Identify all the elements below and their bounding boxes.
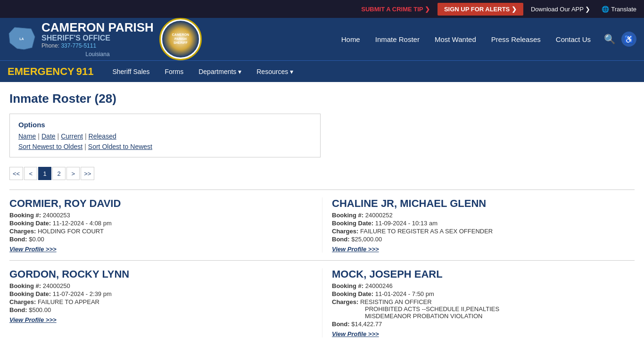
pagination-page-2[interactable]: 2: [52, 167, 66, 180]
charges: Charges: HOLDING FOR COURT: [9, 228, 317, 235]
inmate-name[interactable]: MOCK, JOSEPH EARL: [332, 268, 630, 280]
sort-newest[interactable]: Sort Newest to Oldest: [18, 143, 83, 150]
inmate-name[interactable]: GORDON, ROCKY LYNN: [9, 268, 317, 280]
nav-press-releases[interactable]: Press Releases: [484, 32, 548, 47]
booking-date: Booking Date: 11-07-2024 - 2:39 pm: [9, 290, 317, 297]
nav-forms[interactable]: Forms: [157, 66, 191, 77]
emergency-badge: EMERGENCY 911: [8, 66, 93, 78]
booking-num: Booking #: 24000253: [9, 212, 317, 219]
download-app-link[interactable]: Download Our APP ❯: [531, 6, 590, 13]
agency-info: CAMERON PARISH SHERIFF'S OFFICE Phone: 3…: [41, 21, 154, 58]
view-profile-link[interactable]: View Profile >>>: [9, 246, 57, 253]
filter-links: Name | Date | Current | Released: [18, 132, 312, 140]
booking-date: Booking Date: 11-12-2024 - 4:08 pm: [9, 220, 317, 227]
nav-resources-dropdown[interactable]: Resources ▾: [249, 66, 301, 77]
secondary-nav: EMERGENCY 911 Sheriff Sales Forms Depart…: [0, 60, 644, 82]
main-content: Inmate Roster (28) Options Name | Date |…: [0, 82, 644, 354]
booking-date: Booking Date: 11-01-2024 - 7:50 pm: [332, 290, 630, 297]
nav-contact-us[interactable]: Contact Us: [548, 32, 598, 47]
nav-sheriff-sales[interactable]: Sheriff Sales: [105, 66, 157, 77]
view-profile-link[interactable]: View Profile >>>: [332, 330, 379, 337]
bond: Bond: $25,000.00: [332, 236, 630, 243]
agency-name: CAMERON PARISH: [41, 21, 154, 34]
header: LA CAMERON PARISH SHERIFF'S OFFICE Phone…: [0, 18, 644, 60]
inmate-card: GORDON, ROCKY LYNN Booking #: 24000250 B…: [9, 268, 322, 337]
inmate-card: CORMIER, ROY DAVID Booking #: 24000253 B…: [9, 197, 322, 253]
filter-date[interactable]: Date: [41, 132, 56, 140]
header-nav: Home Inmate Roster Most Wanted Press Rel…: [334, 30, 636, 49]
inmate-name[interactable]: CORMIER, ROY DAVID: [9, 197, 317, 210]
charges: Charges: RESISTING AN OFFICER PROHIBITED…: [332, 298, 630, 320]
filter-released[interactable]: Released: [89, 132, 116, 140]
svg-text:LA: LA: [19, 37, 24, 41]
state-label: Louisiana: [41, 51, 154, 58]
pagination-first[interactable]: <<: [9, 167, 23, 180]
bond: Bond: $500.00: [9, 306, 317, 313]
booking-num: Booking #: 24000252: [332, 212, 630, 219]
pagination-prev[interactable]: <: [24, 167, 37, 180]
dept-name: SHERIFF'S OFFICE: [41, 34, 154, 42]
submit-crime-tip-link[interactable]: SUBMIT A CRIME TIP ❯: [361, 6, 430, 13]
inmate-row: CORMIER, ROY DAVID Booking #: 24000253 B…: [9, 189, 635, 260]
sign-up-alerts-link[interactable]: SIGN UP FOR ALERTS ❯: [438, 3, 523, 16]
sort-oldest[interactable]: Sort Oldest to Newest: [88, 143, 152, 150]
view-profile-link[interactable]: View Profile >>>: [9, 316, 57, 323]
phone-link[interactable]: 337-775-5111: [61, 42, 96, 49]
inmate-name[interactable]: CHALINE JR, MICHAEL GLENN: [332, 197, 630, 210]
inmate-grid: CORMIER, ROY DAVID Booking #: 24000253 B…: [9, 189, 635, 345]
phone-info: Phone: 337-775-5111: [41, 42, 154, 49]
filter-current[interactable]: Current: [61, 132, 83, 140]
top-bar: SUBMIT A CRIME TIP ❯ SIGN UP FOR ALERTS …: [0, 0, 644, 18]
header-left: LA CAMERON PARISH SHERIFF'S OFFICE Phone…: [8, 18, 202, 60]
charges: Charges: FAILURE TO APPEAR: [9, 298, 317, 305]
pagination: << < 1 2 > >>: [9, 167, 635, 180]
options-heading: Options: [18, 121, 312, 129]
accessibility-icon[interactable]: ♿: [621, 32, 636, 47]
page-title: Inmate Roster (28): [9, 91, 635, 106]
state-map: LA: [8, 25, 36, 53]
inmate-card: CHALINE JR, MICHAEL GLENN Booking #: 240…: [322, 197, 635, 253]
nav-most-wanted[interactable]: Most Wanted: [427, 32, 484, 47]
bond: Bond: $0.00: [9, 236, 317, 243]
nav-inmate-roster[interactable]: Inmate Roster: [368, 32, 427, 47]
view-profile-link[interactable]: View Profile >>>: [332, 246, 379, 253]
charge-line: MISDEMEANOR PROBATION VIOLATION: [365, 313, 630, 320]
inmate-row: GORDON, ROCKY LYNN Booking #: 24000250 B…: [9, 260, 635, 345]
charges: Charges: FAILURE TO REGISTER AS A SEX OF…: [332, 228, 630, 235]
booking-num: Booking #: 24000250: [9, 282, 317, 289]
options-box: Options Name | Date | Current | Released…: [9, 114, 321, 157]
booking-num: Booking #: 24000246: [332, 282, 630, 289]
nav-departments-dropdown[interactable]: Departments ▾: [191, 66, 249, 77]
translate-link[interactable]: 🌐 Translate: [602, 6, 636, 13]
sort-links: Sort Newest to Oldest | Sort Oldest to N…: [18, 143, 312, 150]
sheriff-badge: CAMERONPARISHSHERIFF: [159, 18, 202, 60]
filter-name[interactable]: Name: [18, 132, 36, 140]
charge-line: PROHIBITED ACTS --SCHEDULE II,PENALTIES: [365, 305, 630, 313]
badge-inner: CAMERONPARISHSHERIFF: [162, 21, 199, 58]
pagination-next[interactable]: >: [66, 167, 80, 180]
globe-icon: 🌐: [602, 6, 609, 13]
search-icon[interactable]: 🔍: [598, 30, 621, 49]
inmate-card: MOCK, JOSEPH EARL Booking #: 24000246 Bo…: [322, 268, 635, 337]
nav-home[interactable]: Home: [334, 32, 368, 47]
booking-date: Booking Date: 11-09-2024 - 10:13 am: [332, 220, 630, 227]
bond: Bond: $14,422.77: [332, 321, 630, 328]
pagination-last[interactable]: >>: [81, 167, 94, 180]
pagination-page-1[interactable]: 1: [38, 167, 51, 180]
